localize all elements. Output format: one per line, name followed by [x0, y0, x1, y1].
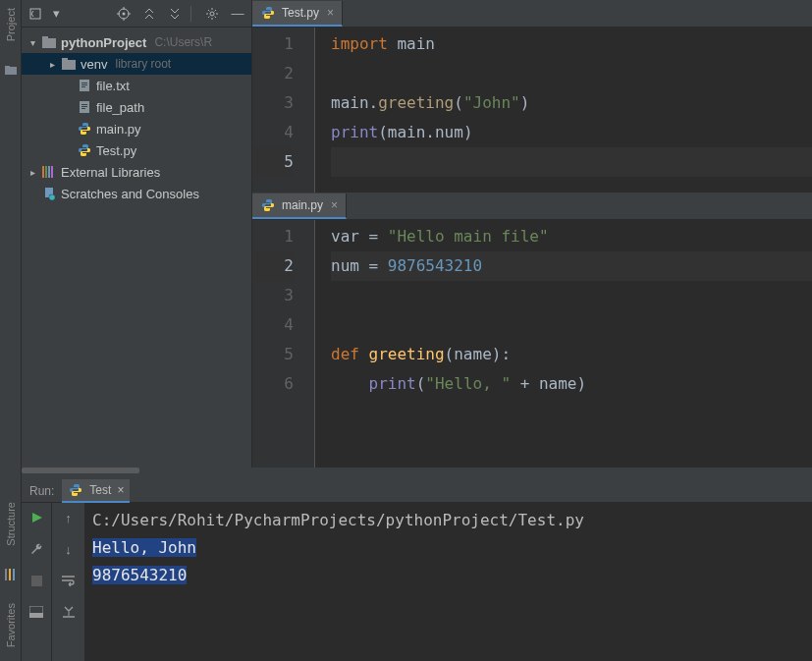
- run-tab[interactable]: Test ×: [62, 479, 130, 503]
- tree-file[interactable]: file_path: [22, 96, 251, 118]
- python-file-icon: [260, 197, 276, 213]
- chevron-right-icon[interactable]: ▸: [47, 59, 57, 70]
- svg-rect-14: [81, 83, 87, 83]
- code-body[interactable]: var = "Hello main file"num = 9876543210d…: [315, 220, 812, 468]
- editor-area: Test.py × 12345 import mainmain.greeting…: [252, 0, 812, 468]
- svg-rect-16: [81, 86, 85, 87]
- close-icon[interactable]: ×: [331, 198, 338, 212]
- python-file-icon: [260, 5, 276, 21]
- svg-rect-20: [81, 108, 85, 109]
- tree-file-label: file_path: [96, 100, 144, 115]
- project-tree-panel: ▾ — ▾: [22, 0, 252, 468]
- output-line[interactable]: Hello, John: [92, 534, 804, 562]
- editor-tabbar-bottom: main.py ×: [252, 193, 812, 220]
- chevron-down-icon[interactable]: ▾: [27, 37, 37, 48]
- code-line[interactable]: [331, 59, 812, 88]
- tab-label: main.py: [282, 198, 323, 212]
- text-file-icon: [77, 78, 92, 93]
- folder-icon: [61, 56, 77, 72]
- project-toolbar: ▾ —: [22, 0, 251, 28]
- close-icon[interactable]: ×: [117, 483, 124, 497]
- python-file-icon: [77, 121, 92, 137]
- dropdown-caret-icon[interactable]: ▾: [51, 4, 61, 24]
- select-opened-file-icon[interactable]: [26, 4, 45, 24]
- svg-marker-28: [32, 513, 42, 523]
- tree-file[interactable]: main.py: [22, 118, 251, 139]
- chevron-right-icon[interactable]: ▸: [27, 167, 37, 178]
- tree-root-hint: C:\Users\R: [154, 35, 212, 49]
- code-editor-bottom[interactable]: 123456 var = "Hello main file"num = 9876…: [252, 220, 812, 468]
- gutter[interactable]: 12345: [252, 28, 311, 193]
- collapse-all-icon[interactable]: [165, 4, 185, 24]
- tree-external-libs[interactable]: ▸ External Libraries: [22, 161, 251, 183]
- run-side-toolbar: [22, 503, 51, 661]
- tree-file[interactable]: file.txt: [22, 75, 251, 96]
- arrow-down-icon[interactable]: ↓: [60, 540, 78, 558]
- layout-icon[interactable]: [27, 603, 45, 621]
- code-line[interactable]: print(main.num): [331, 118, 812, 147]
- tree-venv[interactable]: ▸ venv library root: [22, 53, 251, 75]
- svg-rect-29: [31, 576, 42, 586]
- expand-all-icon[interactable]: [139, 4, 159, 24]
- svg-point-27: [49, 194, 55, 200]
- tab-test-py[interactable]: Test.py ×: [252, 1, 343, 27]
- svg-rect-15: [81, 84, 87, 85]
- code-body[interactable]: import mainmain.greeting("John")print(ma…: [315, 28, 812, 193]
- code-line[interactable]: var = "Hello main file": [331, 222, 812, 251]
- structure-tool-button[interactable]: Structure: [5, 502, 17, 546]
- hide-panel-icon[interactable]: —: [228, 4, 247, 24]
- code-line[interactable]: main.greeting("John"): [331, 88, 812, 118]
- tree-root[interactable]: ▾ pythonProject C:\Users\R: [22, 31, 251, 53]
- run-side-toolbar-2: ↑ ↓: [51, 503, 84, 661]
- svg-rect-11: [62, 60, 76, 70]
- svg-rect-22: [45, 166, 47, 178]
- run-tool-window: Run: Test ×: [22, 475, 812, 661]
- code-line[interactable]: num = 9876543210: [331, 251, 812, 281]
- favorites-tool-button[interactable]: Favorites: [5, 603, 17, 647]
- horizontal-scrollbar[interactable]: [22, 468, 812, 475]
- code-editor-top[interactable]: 12345 import mainmain.greeting("John")pr…: [252, 28, 812, 193]
- text-file-icon: [77, 99, 92, 115]
- svg-rect-21: [42, 166, 44, 178]
- code-line[interactable]: [331, 310, 812, 340]
- tree-file[interactable]: Test.py: [22, 139, 251, 161]
- tree-external-libs-label: External Libraries: [61, 165, 160, 180]
- run-tab-label: Test: [89, 483, 111, 497]
- close-icon[interactable]: ×: [327, 6, 334, 20]
- svg-rect-18: [81, 104, 87, 105]
- rerun-icon[interactable]: [27, 509, 45, 526]
- soft-wrap-icon[interactable]: [60, 572, 78, 589]
- wrench-icon[interactable]: [27, 540, 45, 558]
- output-line[interactable]: C:/Users/Rohit/PycharmProjects/pythonPro…: [92, 507, 804, 534]
- svg-point-8: [210, 12, 214, 16]
- gear-icon[interactable]: [202, 4, 222, 24]
- gutter[interactable]: 123456: [252, 220, 311, 468]
- tree-scratches-label: Scratches and Consoles: [61, 187, 199, 201]
- project-tree[interactable]: ▾ pythonProject C:\Users\R ▸ venv librar…: [22, 28, 251, 208]
- code-line[interactable]: [331, 281, 812, 310]
- tab-main-py[interactable]: main.py ×: [252, 193, 347, 219]
- svg-rect-24: [51, 166, 53, 178]
- svg-rect-10: [42, 36, 48, 39]
- svg-rect-12: [62, 58, 68, 61]
- code-line[interactable]: print("Hello, " + name): [331, 369, 812, 399]
- project-tool-button[interactable]: Project: [5, 8, 17, 41]
- target-icon[interactable]: [114, 4, 134, 24]
- editor-tabbar-top: Test.py ×: [252, 0, 812, 28]
- left-tool-rail: Project Structure Favorites: [0, 0, 22, 661]
- run-output[interactable]: C:/Users/Rohit/PycharmProjects/pythonPro…: [84, 503, 812, 661]
- svg-rect-23: [48, 166, 50, 178]
- tree-scratches[interactable]: Scratches and Consoles: [22, 183, 251, 204]
- svg-rect-1: [5, 66, 10, 68]
- scroll-to-end-icon[interactable]: [60, 603, 78, 621]
- arrow-up-icon[interactable]: ↑: [60, 509, 78, 526]
- code-line[interactable]: def greeting(name):: [331, 340, 812, 369]
- svg-rect-4: [13, 569, 15, 580]
- external-libs-icon: [41, 164, 57, 180]
- output-line[interactable]: 9876543210: [92, 562, 804, 589]
- svg-rect-9: [42, 38, 56, 48]
- code-line[interactable]: import main: [331, 29, 812, 59]
- stop-icon[interactable]: [27, 572, 45, 589]
- svg-rect-0: [5, 67, 17, 75]
- code-line[interactable]: [331, 147, 812, 177]
